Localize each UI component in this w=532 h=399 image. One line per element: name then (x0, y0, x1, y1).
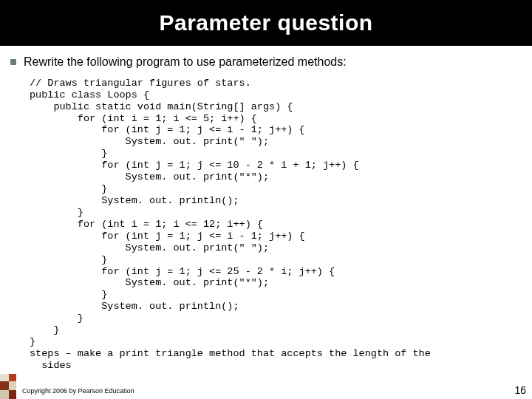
bullet-line: Rewrite the following program to use par… (10, 55, 522, 70)
decorative-blocks-icon (0, 374, 21, 399)
steps-note: steps – make a print triangle method tha… (30, 348, 517, 372)
title-bar: Parameter question (0, 0, 532, 46)
bullet-text: Rewrite the following program to use par… (24, 55, 347, 70)
page-number: 16 (514, 384, 526, 396)
code-block: // Draws triangular figures of stars. pu… (30, 78, 522, 348)
square-bullet-icon (10, 59, 16, 65)
slide-title: Parameter question (159, 10, 372, 35)
copyright-footer: Copyright 2006 by Pearson Education (22, 387, 134, 395)
slide-content: Rewrite the following program to use par… (0, 46, 532, 372)
